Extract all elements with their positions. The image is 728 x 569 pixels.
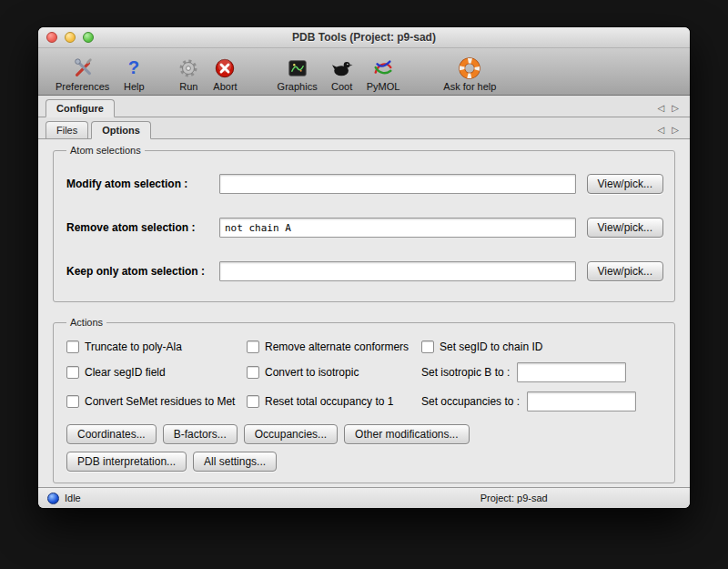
modify-viewpick-button[interactable]: View/pick... (587, 174, 663, 194)
remove-viewpick-button[interactable]: View/pick... (587, 218, 663, 238)
abort-icon (213, 56, 237, 80)
tab-configure[interactable]: Configure (46, 99, 115, 117)
set-occupancies-label: Set occupancies to : (421, 395, 520, 408)
checkbox-label: Truncate to poly-Ala (85, 340, 182, 353)
checkbox-label: Reset total occupancy to 1 (265, 395, 393, 408)
pymol-icon (371, 56, 395, 80)
toolbar-label: Preferences (56, 81, 109, 92)
set-segid-chainid-checkbox[interactable]: Set segID to chain ID (421, 340, 663, 353)
tabrow-main: Configure ◁ ▷ (38, 96, 690, 117)
actions-legend: Actions (66, 317, 106, 328)
toolbar-help[interactable]: ? Help (116, 56, 152, 92)
set-isotropic-b-label: Set isotropic B to : (421, 366, 510, 379)
status-indicator-icon (47, 493, 59, 504)
coot-bird-icon (330, 56, 354, 80)
remove-selection-label: Remove atom selection : (66, 221, 219, 234)
pdb-interpretation-button[interactable]: PDB interpretation... (66, 452, 187, 472)
modify-selection-label: Modify atom selection : (66, 178, 219, 190)
checkbox-icon[interactable] (247, 340, 259, 353)
remove-selection-input[interactable] (219, 218, 576, 238)
actions-buttons-row2: PDB interpretation... All settings... (66, 452, 663, 472)
atom-selections-group: Atom selections Modify atom selection : … (53, 145, 675, 302)
actions-grid: Truncate to poly-Ala Remove alternate co… (66, 340, 663, 412)
tab-files[interactable]: Files (46, 121, 88, 138)
checkbox-icon[interactable] (66, 340, 79, 353)
checkbox-label: Clear segID field (85, 366, 166, 379)
toolbar-run[interactable]: Run (170, 56, 207, 92)
clear-segid-checkbox[interactable]: Clear segID field (66, 366, 247, 379)
status-bar: Idle Project: p9-sad (38, 487, 690, 508)
checkbox-label: Remove alternate conformers (265, 340, 409, 353)
toolbar-label: Graphics (278, 81, 318, 92)
window-title: PDB Tools (Project: p9-sad) (38, 31, 690, 44)
tab-scroll-right-icon[interactable]: ▷ (672, 125, 679, 135)
toolbar-ask-for-help[interactable]: Ask for help (437, 56, 502, 92)
toolbar-preferences[interactable]: Preferences (49, 56, 116, 92)
bfactors-button[interactable]: B-factors... (163, 424, 238, 444)
graphics-icon (286, 56, 309, 80)
toolbar-graphics[interactable]: Graphics (271, 56, 324, 92)
tab-scroll-left-icon[interactable]: ◁ (658, 125, 665, 135)
checkbox-label: Convert SeMet residues to Met (85, 395, 235, 408)
checkbox-label: Convert to isotropic (265, 366, 359, 379)
actions-buttons-row1: Coordinates... B-factors... Occupancies.… (66, 424, 663, 444)
convert-semet-checkbox[interactable]: Convert SeMet residues to Met (66, 395, 247, 408)
set-occupancies-input[interactable] (527, 391, 636, 412)
checkbox-icon[interactable] (66, 366, 79, 379)
tab-scroll-right-icon[interactable]: ▷ (672, 103, 679, 113)
toolbar-label: Help (124, 81, 145, 92)
tab-scroll-left-icon[interactable]: ◁ (658, 103, 665, 113)
title-bar[interactable]: PDB Tools (Project: p9-sad) (38, 27, 690, 48)
keep-selection-label: Keep only atom selection : (66, 265, 219, 278)
actions-group: Actions Truncate to poly-Ala Remove alte… (53, 317, 675, 483)
modify-selection-row: Modify atom selection : View/pick... (66, 174, 663, 194)
set-isotropic-b-field: Set isotropic B to : (421, 362, 663, 382)
checkbox-icon[interactable] (247, 395, 259, 408)
remove-alt-conformers-checkbox[interactable]: Remove alternate conformers (247, 340, 421, 353)
all-settings-button[interactable]: All settings... (193, 452, 277, 472)
tab-nav-main: ◁ ▷ (658, 103, 682, 117)
tab-options[interactable]: Options (91, 121, 151, 139)
convert-isotropic-checkbox[interactable]: Convert to isotropic (247, 366, 421, 379)
checkbox-icon[interactable] (66, 395, 79, 408)
remove-selection-row: Remove atom selection : View/pick... (66, 218, 663, 238)
project-label: Project: p9-sad (480, 493, 548, 503)
lifebuoy-icon (458, 56, 481, 80)
toolbar-label: PyMOL (367, 81, 400, 92)
toolbar-abort[interactable]: Abort (207, 56, 243, 92)
preferences-icon (71, 56, 95, 80)
truncate-polyala-checkbox[interactable]: Truncate to poly-Ala (66, 340, 247, 353)
options-panel: Atom selections Modify atom selection : … (38, 139, 690, 487)
set-isotropic-b-input[interactable] (517, 362, 626, 382)
reset-occupancy-checkbox[interactable]: Reset total occupancy to 1 (247, 395, 421, 408)
checkbox-label: Set segID to chain ID (440, 340, 542, 353)
status-text: Idle (65, 493, 81, 503)
coordinates-button[interactable]: Coordinates... (66, 424, 157, 444)
app-window: PDB Tools (Project: p9-sad) Preferences … (38, 27, 690, 508)
other-modifications-button[interactable]: Other modifications... (344, 424, 469, 444)
toolbar-coot[interactable]: Coot (324, 56, 360, 92)
atom-selections-legend: Atom selections (66, 145, 145, 156)
keep-viewpick-button[interactable]: View/pick... (587, 261, 663, 281)
modify-selection-input[interactable] (219, 174, 576, 194)
keep-selection-input[interactable] (219, 261, 576, 281)
tabrow-sub: Files Options ◁ ▷ (38, 117, 690, 139)
occupancies-button[interactable]: Occupancies... (244, 424, 338, 444)
tab-nav-sub: ◁ ▷ (658, 125, 682, 138)
run-gear-icon (177, 56, 200, 80)
set-occupancies-field: Set occupancies to : (421, 391, 663, 412)
toolbar-label: Abort (213, 81, 237, 92)
svg-text:?: ? (128, 57, 139, 77)
checkbox-icon[interactable] (247, 366, 259, 379)
toolbar-label: Coot (331, 81, 352, 92)
help-icon: ? (122, 56, 146, 80)
toolbar-label: Run (179, 81, 197, 92)
toolbar: Preferences ? Help Run (38, 48, 690, 96)
keep-selection-row: Keep only atom selection : View/pick... (66, 261, 663, 281)
toolbar-label: Ask for help (443, 81, 496, 92)
checkbox-icon[interactable] (421, 340, 434, 353)
toolbar-pymol[interactable]: PyMOL (360, 56, 407, 92)
